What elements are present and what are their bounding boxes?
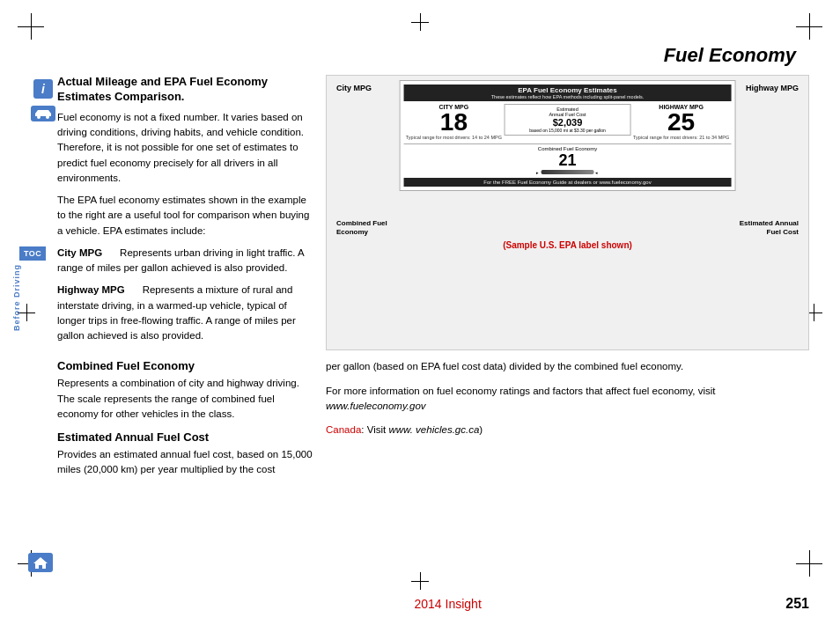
home-icon[interactable] bbox=[28, 553, 53, 572]
footer-title: 2014 Insight bbox=[110, 597, 785, 611]
right-col-para1: per gallon (based on EPA fuel cost data)… bbox=[326, 359, 809, 374]
epa-bottom-bar: For the FREE Fuel Economy Guide at deale… bbox=[403, 178, 732, 187]
crosshair-top bbox=[411, 13, 429, 31]
highway-mpg-label: Highway MPG bbox=[57, 284, 125, 295]
highway-mpg-diagram-label: Highway MPG bbox=[746, 84, 799, 92]
footer: 2014 Insight 251 bbox=[57, 596, 809, 612]
bottom-left-col: Combined Fuel Economy Represents a combi… bbox=[57, 359, 313, 486]
epa-numbers-row: CITY MPG 18 Typical range for most drive… bbox=[403, 104, 732, 141]
car-svg bbox=[33, 108, 53, 119]
info-icon[interactable]: i bbox=[33, 79, 53, 99]
info-icon-label: i bbox=[41, 82, 45, 96]
city-mpg-label: City MPG bbox=[57, 247, 102, 258]
city-mpg-section: City MPG Represents urban driving in lig… bbox=[57, 246, 313, 276]
annual-fuel-heading: Estimated Annual Fuel Cost bbox=[57, 430, 313, 444]
epa-center-block: EstimatedAnnual Fuel Cost $2,039 based o… bbox=[505, 104, 631, 136]
annual-fuel-diagram-label: Estimated AnnualFuel Cost bbox=[740, 219, 799, 236]
crosshair-bottom bbox=[411, 572, 429, 590]
corner-mark-tl bbox=[18, 13, 44, 40]
highway-range: Typical range for most drivers: 21 to 34… bbox=[630, 135, 732, 141]
annual-cost-detail: based on 15,000 mi at $3.30 per gallon bbox=[507, 128, 629, 133]
main-content: Actual Mileage and EPA Fuel Economy Esti… bbox=[57, 75, 809, 568]
epa-header: EPA Fuel Economy Estimates bbox=[405, 86, 730, 94]
right-col-para2: For more information on fuel economy rat… bbox=[326, 384, 809, 415]
bottom-section: Combined Fuel Economy Represents a combi… bbox=[57, 359, 809, 486]
canada-paren: ) bbox=[479, 424, 483, 435]
canada-section: Canada: Visit www. vehicles.gc.ca) bbox=[326, 423, 809, 438]
city-number-block: CITY MPG 18 Typical range for most drive… bbox=[403, 104, 505, 141]
page-container: Fuel Economy i TOC Before Driving bbox=[0, 0, 840, 625]
intro-para: Fuel economy is not a fixed number. It v… bbox=[57, 110, 313, 186]
footer-page-number: 251 bbox=[785, 596, 809, 612]
before-driving-label: Before Driving bbox=[12, 264, 21, 331]
annual-fuel-para: Provides an estimated annual fuel cost, … bbox=[57, 447, 313, 478]
annual-fuel-label-sm: EstimatedAnnual Fuel Cost bbox=[507, 107, 629, 117]
annual-cost: $2,039 bbox=[507, 117, 629, 128]
city-number: 18 bbox=[403, 110, 505, 135]
city-mpg-diagram-label: City MPG bbox=[336, 84, 372, 92]
toc-label[interactable]: TOC bbox=[19, 246, 46, 261]
fuel-scale bbox=[541, 170, 593, 174]
car-icon[interactable] bbox=[31, 106, 55, 121]
highway-number-block: HIGHWAY MPG 25 Typical range for most dr… bbox=[630, 104, 732, 141]
top-section: Actual Mileage and EPA Fuel Economy Esti… bbox=[57, 75, 809, 350]
page-title-area: Fuel Economy bbox=[664, 44, 796, 67]
combined-para: Represents a combination of city and hig… bbox=[57, 376, 313, 422]
scale-row: ▸ ◂ bbox=[403, 170, 732, 175]
epa-card: EPA Fuel Economy Estimates These estimat… bbox=[399, 80, 736, 191]
highway-mpg-section: Highway MPG Represents a mixture of rura… bbox=[57, 283, 313, 343]
epa-card-title: EPA Fuel Economy Estimates These estimat… bbox=[403, 85, 732, 101]
svg-point-0 bbox=[37, 115, 41, 119]
canada-url: www. vehicles.gc.ca bbox=[388, 424, 479, 435]
fuel-info-text: For more information on fuel economy rat… bbox=[326, 386, 716, 396]
sidebar: i bbox=[31, 79, 55, 121]
sample-label: (Sample U.S. EPA label shown) bbox=[331, 238, 804, 253]
epa-diagram-inner: City MPG Highway MPG EPA Fuel Economy Es… bbox=[327, 76, 808, 349]
epa-diagram: City MPG Highway MPG EPA Fuel Economy Es… bbox=[326, 75, 809, 350]
combined-number: 21 bbox=[403, 151, 732, 170]
epa-intro-para: The EPA fuel economy estimates shown in … bbox=[57, 193, 313, 239]
fuel-economy-url: www.fueleconomy.gov bbox=[326, 401, 426, 411]
corner-mark-tr bbox=[796, 13, 822, 40]
page-title: Fuel Economy bbox=[664, 44, 796, 66]
combined-fuel-diagram-label: Combined FuelEconomy bbox=[336, 219, 387, 236]
home-svg bbox=[33, 555, 48, 570]
epa-combined-row: Combined Fuel Economy 21 ▸ ◂ bbox=[403, 143, 732, 175]
canada-colon-text: : Visit bbox=[361, 424, 386, 435]
highway-number: 25 bbox=[630, 110, 732, 135]
epa-subheader: These estimates reflect how EPA methods … bbox=[405, 94, 730, 99]
combined-heading: Combined Fuel Economy bbox=[57, 359, 313, 372]
canada-label: Canada bbox=[326, 424, 361, 435]
main-heading: Actual Mileage and EPA Fuel Economy Esti… bbox=[57, 75, 313, 105]
city-range: Typical range for most drivers: 14 to 24… bbox=[403, 135, 505, 141]
bottom-right-col: per gallon (based on EPA fuel cost data)… bbox=[326, 359, 809, 486]
left-text-block: Actual Mileage and EPA Fuel Economy Esti… bbox=[57, 75, 313, 350]
svg-point-1 bbox=[46, 115, 49, 119]
